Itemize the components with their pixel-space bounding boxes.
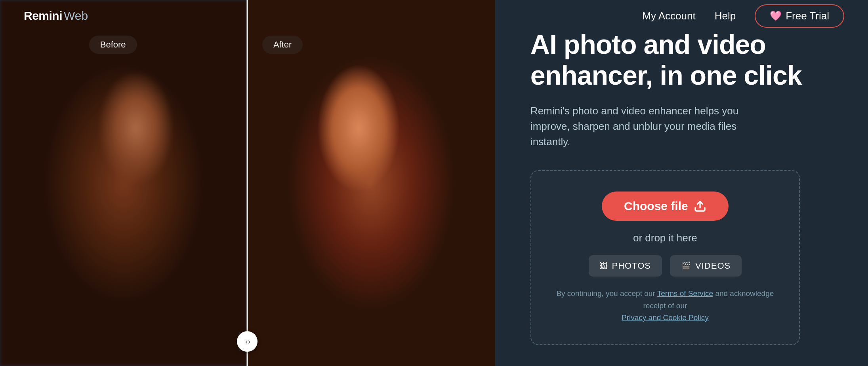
- subheadline: Remini's photo and video enhancer helps …: [530, 103, 776, 150]
- videos-label: VIDEOS: [695, 261, 731, 271]
- logo: Remini Web: [24, 9, 88, 23]
- videos-button[interactable]: 🎬 VIDEOS: [670, 255, 742, 277]
- drag-arrows-icon: ‹ ›: [245, 338, 250, 346]
- free-trial-button[interactable]: 🩷 Free Trial: [755, 4, 844, 28]
- before-badge: Before: [89, 36, 137, 54]
- videos-icon: 🎬: [681, 261, 691, 271]
- privacy-link[interactable]: Privacy and Cookie Policy: [622, 313, 709, 322]
- drag-handle[interactable]: ‹ ›: [237, 331, 258, 352]
- free-trial-label: Free Trial: [786, 10, 829, 22]
- my-account-link[interactable]: My Account: [642, 10, 695, 22]
- nav-right: My Account Help 🩷 Free Trial: [642, 4, 844, 28]
- tos-link[interactable]: Terms of Service: [657, 289, 713, 298]
- media-type-row: 🖼 PHOTOS 🎬 VIDEOS: [589, 255, 742, 277]
- terms-text: By continuing, you accept our Terms of S…: [555, 288, 775, 324]
- upload-icon: [694, 200, 706, 212]
- choose-file-label: Choose file: [624, 199, 688, 213]
- cta-section: AI photo and video enhancer, in one clic…: [495, 0, 868, 366]
- photos-button[interactable]: 🖼 PHOTOS: [589, 255, 662, 277]
- photos-label: PHOTOS: [612, 261, 651, 271]
- logo-web: Web: [64, 9, 88, 23]
- comparison-divider: [247, 0, 248, 366]
- choose-file-button[interactable]: Choose file: [602, 192, 729, 221]
- heart-icon: 🩷: [770, 10, 782, 21]
- upload-box: Choose file or drop it here 🖼 PHOTOS 🎬 V…: [530, 170, 800, 345]
- logo-remini: Remini: [24, 9, 62, 23]
- header: Remini Web My Account Help 🩷 Free Trial: [0, 0, 868, 32]
- headline: AI photo and video enhancer, in one clic…: [530, 29, 832, 91]
- after-badge: After: [262, 36, 303, 54]
- drop-text: or drop it here: [633, 232, 697, 244]
- terms-prefix: By continuing, you accept our: [556, 289, 657, 298]
- main-content: Before After ‹ › AI photo and video enha…: [0, 0, 868, 366]
- help-link[interactable]: Help: [715, 10, 736, 22]
- image-comparison: Before After ‹ ›: [0, 0, 495, 366]
- photos-icon: 🖼: [600, 262, 608, 271]
- after-image: [247, 0, 494, 366]
- before-image: [0, 0, 247, 366]
